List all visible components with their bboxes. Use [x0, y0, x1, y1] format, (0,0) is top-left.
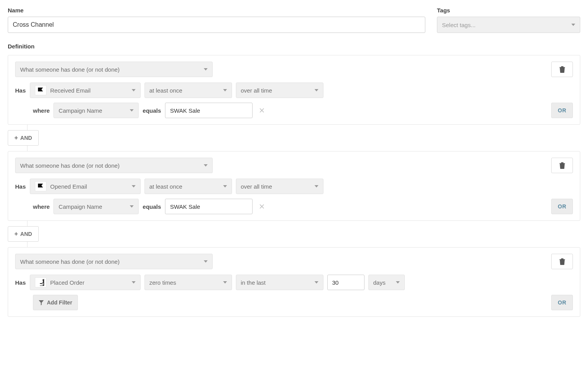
plus-icon: + — [14, 135, 18, 141]
has-label: Has — [15, 279, 26, 286]
tags-placeholder: Select tags... — [442, 22, 476, 28]
trash-icon — [559, 66, 565, 73]
add-and-button[interactable]: + AND — [8, 226, 39, 242]
has-label: Has — [15, 87, 26, 94]
trash-icon — [559, 258, 565, 265]
condition-block: What someone has done (or not done) Has … — [8, 151, 580, 221]
has-label: Has — [15, 183, 26, 190]
delete-block-button[interactable] — [551, 62, 573, 77]
where-label: where — [33, 203, 50, 210]
chevron-down-icon — [396, 281, 400, 284]
range-unit-select[interactable]: days — [368, 275, 405, 290]
tags-label: Tags — [437, 7, 580, 14]
plus-icon: + — [14, 231, 18, 237]
condition-type-select[interactable]: What someone has done (or not done) — [15, 158, 213, 173]
chevron-down-icon — [132, 185, 136, 187]
delete-block-button[interactable] — [551, 254, 573, 269]
chevron-down-icon — [223, 185, 227, 187]
equals-label: equals — [143, 203, 161, 210]
add-and-button[interactable]: + AND — [8, 130, 39, 146]
timerange-select[interactable]: in the last — [236, 275, 323, 290]
chevron-down-icon — [571, 24, 575, 26]
tags-select[interactable]: Select tags... — [437, 17, 580, 33]
add-filter-button[interactable]: Add Filter — [33, 295, 78, 310]
chevron-down-icon — [204, 260, 208, 263]
filter-field-select[interactable]: Campaign Name — [53, 199, 139, 214]
chevron-down-icon — [204, 164, 208, 167]
bigcommerce-icon — [35, 277, 46, 287]
range-number-input[interactable] — [327, 275, 364, 290]
chevron-down-icon — [315, 185, 318, 187]
klaviyo-flag-icon — [35, 85, 46, 95]
event-select[interactable]: Opened Email — [30, 179, 141, 194]
filter-value-input[interactable] — [165, 103, 253, 118]
close-icon — [260, 108, 264, 113]
definition-label: Definition — [8, 43, 580, 50]
chevron-down-icon — [223, 281, 227, 284]
trash-icon — [559, 162, 565, 169]
chevron-down-icon — [130, 205, 134, 208]
condition-block: What someone has done (or not done) Has … — [8, 55, 580, 125]
close-icon — [260, 204, 264, 209]
timerange-select[interactable]: over all time — [236, 83, 323, 98]
chevron-down-icon — [130, 109, 134, 112]
where-label: where — [33, 107, 50, 114]
filter-field-select[interactable]: Campaign Name — [53, 103, 139, 118]
remove-filter-button[interactable] — [256, 201, 267, 212]
chevron-down-icon — [315, 281, 318, 284]
condition-type-select[interactable]: What someone has done (or not done) — [15, 254, 213, 269]
equals-label: equals — [143, 107, 161, 114]
filter-icon — [39, 300, 44, 305]
chevron-down-icon — [132, 281, 136, 284]
frequency-select[interactable]: at least once — [144, 179, 232, 194]
timerange-select[interactable]: over all time — [236, 179, 323, 194]
delete-block-button[interactable] — [551, 158, 573, 173]
event-select[interactable]: Received Email — [30, 83, 141, 98]
chevron-down-icon — [315, 89, 318, 91]
chevron-down-icon — [223, 89, 227, 91]
klaviyo-flag-icon — [35, 181, 46, 191]
name-label: Name — [8, 7, 425, 14]
chevron-down-icon — [132, 89, 136, 91]
name-input[interactable] — [8, 17, 425, 33]
remove-filter-button[interactable] — [256, 105, 267, 116]
frequency-select[interactable]: zero times — [144, 275, 232, 290]
or-button[interactable]: OR — [551, 103, 573, 118]
or-button[interactable]: OR — [551, 295, 573, 310]
filter-value-input[interactable] — [165, 199, 253, 214]
condition-type-select[interactable]: What someone has done (or not done) — [15, 62, 213, 77]
condition-block: What someone has done (or not done) Has … — [8, 247, 580, 317]
chevron-down-icon — [204, 68, 208, 70]
frequency-select[interactable]: at least once — [144, 83, 232, 98]
event-select[interactable]: Placed Order — [30, 275, 141, 290]
or-button[interactable]: OR — [551, 199, 573, 214]
